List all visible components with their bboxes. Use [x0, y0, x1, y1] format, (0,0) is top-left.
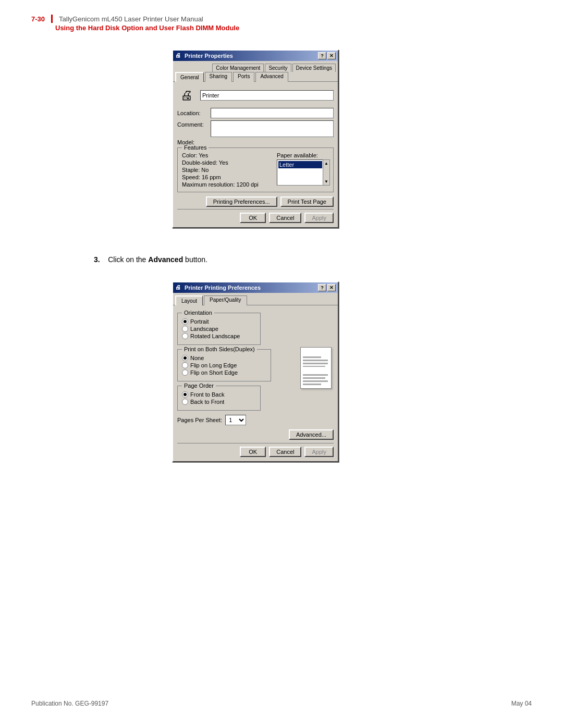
- header-separator: [51, 15, 53, 23]
- speed-feature: Speed: 16 ppm: [182, 174, 273, 180]
- header-title-line2: Using the Hard Disk Option and User Flas…: [55, 24, 532, 32]
- flip-long-label: Flip on Long Edge: [190, 362, 237, 368]
- pages-per-sheet-select[interactable]: 1 2 4: [225, 415, 246, 425]
- duplex-groupbox: Print on Both Sides(Duplex) None Flip on…: [177, 349, 271, 381]
- tab-color-management[interactable]: Color Management: [212, 64, 264, 72]
- cancel-button-2[interactable]: Cancel: [269, 447, 301, 457]
- cancel-button-1[interactable]: Cancel: [269, 213, 301, 223]
- front-to-back-row: Front to Back: [182, 391, 256, 398]
- printing-preferences-button[interactable]: Printing Preferences...: [206, 196, 277, 207]
- features-groupbox: Features Color: Yes Double-sided: Yes St…: [177, 147, 334, 192]
- dialog1-titlebar: 🖨 Printer Properties ? ✕: [173, 51, 338, 61]
- dialog1-content: 🖨 Location: Comment: Model: Features Col…: [173, 82, 338, 227]
- back-to-front-radio[interactable]: [182, 399, 188, 405]
- step3-text-pre: Click on the: [108, 255, 148, 264]
- none-row: None: [182, 355, 266, 361]
- titlebar-buttons: ? ✕: [318, 52, 336, 59]
- paper-line-8: [303, 384, 321, 385]
- location-label: Location:: [177, 110, 209, 116]
- dialog2-title: Printer Printing Preferences: [185, 285, 261, 291]
- flip-long-row: Flip on Long Edge: [182, 362, 266, 368]
- location-input[interactable]: [211, 108, 334, 118]
- portrait-radio[interactable]: [182, 318, 188, 325]
- staple-feature: Staple: No: [182, 167, 273, 173]
- tab-sharing[interactable]: Sharing: [205, 72, 232, 82]
- printer-icon-small-2: 🖨: [175, 284, 182, 291]
- printer-icon-small: 🖨: [175, 52, 182, 59]
- rotated-landscape-radio[interactable]: [182, 333, 188, 339]
- ok-button-2[interactable]: OK: [240, 447, 266, 457]
- landscape-label: Landscape: [190, 326, 218, 332]
- color-feature: Color: Yes: [182, 152, 273, 158]
- comment-input[interactable]: [211, 120, 334, 137]
- paper-preview: [300, 347, 332, 389]
- tab-paper-quality[interactable]: Paper/Quality: [204, 295, 247, 305]
- tab-device-settings[interactable]: Device Settings: [292, 64, 336, 72]
- page-footer: Publication No. GEG-99197 May 04: [31, 700, 532, 707]
- landscape-row: Landscape: [182, 326, 256, 332]
- apply-button-1[interactable]: Apply: [304, 213, 334, 223]
- dialog2-content: Orientation Portrait Landscape Rotated L…: [173, 305, 338, 461]
- rotated-landscape-row: Rotated Landscape: [182, 333, 256, 339]
- paper-line-6: [303, 377, 325, 379]
- apply-button-2[interactable]: Apply: [304, 447, 334, 457]
- paper-line-4: [303, 366, 325, 367]
- flip-long-radio[interactable]: [182, 362, 188, 368]
- ok-button-1[interactable]: OK: [240, 213, 266, 223]
- tab-advanced[interactable]: Advanced: [255, 72, 288, 82]
- rotated-landscape-label: Rotated Landscape: [190, 333, 240, 339]
- tab-security[interactable]: Security: [265, 64, 291, 72]
- paper-line-3: [303, 363, 328, 364]
- tab-general[interactable]: General: [175, 72, 204, 82]
- printing-preferences-dialog: 🖨 Printer Printing Preferences ? ✕ Layou…: [172, 281, 339, 462]
- paper-line-5: [303, 374, 328, 376]
- printer-name-input[interactable]: [200, 90, 334, 101]
- publication-date: May 04: [511, 700, 532, 707]
- tab-ports[interactable]: Ports: [233, 72, 254, 82]
- none-radio[interactable]: [182, 355, 188, 361]
- paper-line-7: [303, 380, 328, 382]
- advanced-button[interactable]: Advanced...: [289, 429, 334, 440]
- paper-available-label: Paper available:: [277, 152, 329, 158]
- help-button-2[interactable]: ?: [318, 284, 326, 291]
- help-button[interactable]: ?: [318, 52, 326, 59]
- flip-short-radio[interactable]: [182, 369, 188, 376]
- printer-icon-large: 🖨: [177, 86, 196, 105]
- page-order-legend: Page Order: [182, 382, 216, 389]
- dialog2-titlebar: 🖨 Printer Printing Preferences ? ✕: [173, 282, 338, 293]
- tab-layout[interactable]: Layout: [175, 295, 203, 305]
- step3-instruction: 3. Click on the Advanced button.: [94, 255, 207, 264]
- page-header: 7-30 TallyGenicom mL450 Laser Printer Us…: [31, 15, 532, 32]
- header-title-line1: TallyGenicom mL450 Laser Printer User Ma…: [59, 15, 203, 23]
- orientation-groupbox: Orientation Portrait Landscape Rotated L…: [177, 313, 261, 345]
- orientation-legend: Orientation: [182, 310, 214, 316]
- portrait-label: Portrait: [190, 318, 209, 325]
- printer-properties-dialog: 🖨 Printer Properties ? ✕ Color Managemen…: [172, 50, 339, 228]
- doublesided-feature: Double-sided: Yes: [182, 159, 273, 166]
- pages-per-sheet-label: Pages Per Sheet:: [177, 417, 222, 423]
- back-to-front-label: Back to Front: [190, 399, 224, 405]
- paper-line-2: [303, 360, 328, 361]
- step3-bold: Advanced: [148, 255, 183, 264]
- close-button-2[interactable]: ✕: [327, 284, 336, 291]
- paper-listbox[interactable]: Letter: [277, 159, 324, 186]
- titlebar-buttons-2: ? ✕: [318, 284, 336, 291]
- landscape-radio[interactable]: [182, 326, 188, 332]
- duplex-legend: Print on Both Sides(Duplex): [182, 346, 257, 352]
- dialog1-title: Printer Properties: [185, 53, 233, 59]
- close-button[interactable]: ✕: [327, 52, 336, 59]
- none-label: None: [190, 355, 204, 361]
- flip-short-row: Flip on Short Edge: [182, 369, 266, 376]
- page-order-groupbox: Page Order Front to Back Back to Front: [177, 386, 261, 411]
- resolution-feature: Maximum resolution: 1200 dpi: [182, 181, 273, 188]
- publication-number: Publication No. GEG-99197: [31, 700, 108, 707]
- page-number: 7-30: [31, 15, 45, 23]
- portrait-row: Portrait: [182, 318, 256, 325]
- features-legend: Features: [182, 144, 209, 151]
- location-field-row: Location:: [177, 108, 334, 118]
- step3-number: 3.: [94, 255, 100, 264]
- paper-line-1: [303, 356, 321, 358]
- front-to-back-radio[interactable]: [182, 391, 188, 398]
- comment-label: Comment:: [177, 121, 209, 128]
- print-test-page-button[interactable]: Print Test Page: [280, 196, 334, 207]
